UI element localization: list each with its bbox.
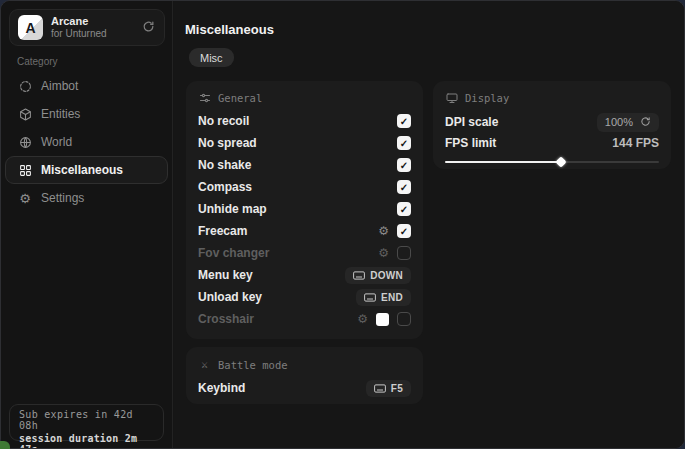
app-logo: A <box>18 15 43 40</box>
gear-icon[interactable]: ⚙ <box>357 313 368 325</box>
sidebar-item-label: Settings <box>41 191 84 205</box>
checkbox-no-recoil[interactable]: ✓ <box>397 114 411 128</box>
panel-title: General <box>218 92 262 104</box>
reset-icon[interactable] <box>640 116 651 129</box>
panel-title: Display <box>465 92 509 104</box>
setting-row-menu-key: Menu key DOWN <box>198 264 411 286</box>
setting-row-unhide-map: Unhide map ✓ <box>198 198 411 220</box>
app-subtitle: for Unturned <box>51 28 132 40</box>
desktop-artifact <box>0 441 10 449</box>
keybind-button-battle-mode[interactable]: F5 <box>366 380 411 397</box>
session-duration-text: session duration 2m 47s <box>19 433 154 449</box>
main-content: Miscellaneous Misc General No recoil ✓ N… <box>174 1 684 448</box>
app-window: A Arcane for Unturned Category Aimbot <box>0 0 685 449</box>
page-title: Miscellaneous <box>185 22 274 37</box>
sidebar-item-settings[interactable]: ⚙ Settings <box>5 184 168 212</box>
fps-limit-value: 144 FPS <box>612 136 659 150</box>
checkbox-compass[interactable]: ✓ <box>397 180 411 194</box>
panel-title: Battle mode <box>218 359 288 371</box>
setting-row-no-spread: No spread ✓ <box>198 132 411 154</box>
setting-row-no-recoil: No recoil ✓ <box>198 110 411 132</box>
cube-icon <box>18 107 32 121</box>
checkbox-unhide-map[interactable]: ✓ <box>397 202 411 216</box>
dpi-scale-value: 100% <box>605 116 633 128</box>
sidebar-item-label: Entities <box>41 107 80 121</box>
slider-thumb[interactable] <box>555 156 566 167</box>
grid-icon <box>18 163 32 177</box>
keybind-button-unload-key[interactable]: END <box>356 289 411 306</box>
keyboard-icon <box>374 384 386 393</box>
fps-limit-slider[interactable] <box>445 157 659 167</box>
checkbox-crosshair[interactable] <box>397 312 411 326</box>
gear-icon[interactable]: ⚙ <box>378 225 389 237</box>
color-swatch[interactable] <box>376 313 389 326</box>
panel-general: General No recoil ✓ No spread ✓ No shake… <box>186 81 423 339</box>
monitor-icon <box>445 92 458 104</box>
sliders-icon <box>198 92 211 104</box>
subscription-info: Sub expires in 42d 08h session duration … <box>9 404 164 441</box>
checkbox-no-shake[interactable]: ✓ <box>397 158 411 172</box>
sidebar-item-entities[interactable]: Entities <box>5 100 168 128</box>
sidebar-item-label: Aimbot <box>41 79 78 93</box>
dpi-scale-control[interactable]: 100% <box>597 113 659 132</box>
category-label: Category <box>17 56 58 67</box>
sidebar-item-label: World <box>41 135 72 149</box>
setting-row-dpi-scale: DPI scale 100% <box>445 110 659 134</box>
globe-icon <box>18 135 32 149</box>
checkbox-fov-changer[interactable] <box>397 246 411 260</box>
setting-row-crosshair: Crosshair ⚙ <box>198 308 411 330</box>
sidebar: A Arcane for Unturned Category Aimbot <box>1 1 173 448</box>
setting-row-freecam: Freecam ⚙ ✓ <box>198 220 411 242</box>
sidebar-item-label: Miscellaneous <box>41 163 123 177</box>
setting-row-battle-keybind: Keybind F5 <box>198 377 411 399</box>
gear-icon[interactable]: ⚙ <box>378 247 389 259</box>
setting-row-unload-key: Unload key END <box>198 286 411 308</box>
sidebar-item-miscellaneous[interactable]: Miscellaneous <box>5 156 168 184</box>
sidebar-nav: Aimbot Entities World <box>5 72 168 212</box>
checkbox-freecam[interactable]: ✓ <box>397 224 411 238</box>
setting-row-fov-changer: Fov changer ⚙ <box>198 242 411 264</box>
swords-icon: ⚔ <box>198 358 211 371</box>
setting-row-fps-limit: FPS limit 144 FPS <box>445 134 659 152</box>
crosshair-icon <box>18 79 32 93</box>
gear-icon: ⚙ <box>18 191 32 205</box>
setting-row-compass: Compass ✓ <box>198 176 411 198</box>
app-title: Arcane <box>51 15 132 28</box>
keybind-button-menu-key[interactable]: DOWN <box>345 267 411 284</box>
checkbox-no-spread[interactable]: ✓ <box>397 136 411 150</box>
sidebar-item-world[interactable]: World <box>5 128 168 156</box>
keyboard-icon <box>364 293 376 302</box>
sub-expiry-text: Sub expires in 42d 08h <box>19 409 154 431</box>
sidebar-item-aimbot[interactable]: Aimbot <box>5 72 168 100</box>
panel-battle-mode: ⚔ Battle mode Keybind F5 <box>186 347 423 404</box>
sync-icon[interactable] <box>140 20 156 36</box>
panel-display: Display DPI scale 100% FPS limit 144 FPS <box>433 81 671 169</box>
tab-misc[interactable]: Misc <box>189 48 234 67</box>
logo-card: A Arcane for Unturned <box>9 9 165 46</box>
setting-row-no-shake: No shake ✓ <box>198 154 411 176</box>
keyboard-icon <box>353 271 365 280</box>
